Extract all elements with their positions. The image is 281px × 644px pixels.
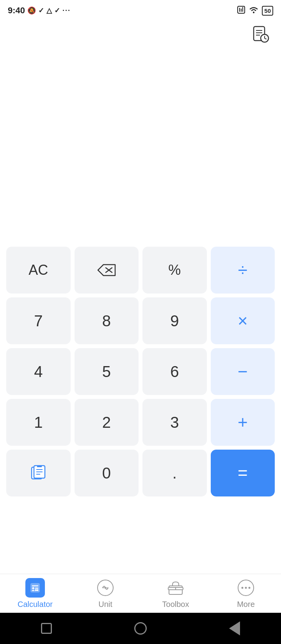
nav-label-calculator: Calculator — [18, 600, 53, 609]
svg-point-4 — [253, 12, 254, 13]
keypad-row-5: 0 . = — [6, 450, 275, 496]
key-4[interactable]: 4 — [6, 348, 71, 395]
key-7[interactable]: 7 — [6, 297, 71, 344]
vibrate-icon: 🔕 — [27, 6, 36, 15]
bottom-nav: Calculator Unit Toolbox — [0, 574, 281, 613]
key-backspace[interactable] — [75, 247, 139, 294]
status-right: 50 — [237, 5, 273, 16]
unit-nav-icon — [96, 578, 115, 598]
check-icon-2: ✓ — [54, 6, 60, 15]
key-divide[interactable]: ÷ — [211, 247, 275, 294]
svg-point-27 — [105, 587, 106, 589]
svg-point-34 — [249, 587, 251, 589]
key-8[interactable]: 8 — [75, 297, 139, 344]
toolbox-nav-icon — [166, 578, 185, 598]
status-time: 9:40 — [8, 5, 25, 16]
top-icons-area — [0, 20, 281, 45]
nav-item-more[interactable]: More — [211, 574, 281, 613]
svg-rect-17 — [30, 583, 40, 592]
android-recents-button[interactable] — [41, 623, 52, 634]
history-icon-button[interactable] — [250, 23, 272, 45]
key-9[interactable]: 9 — [142, 297, 207, 344]
key-5[interactable]: 5 — [75, 348, 139, 395]
key-ac[interactable]: AC — [6, 247, 71, 294]
nav-item-calculator[interactable]: Calculator — [0, 574, 70, 613]
more-nav-icon — [236, 578, 256, 598]
key-equals[interactable]: = — [211, 450, 275, 496]
svg-point-32 — [242, 587, 244, 589]
wifi-icon — [249, 6, 259, 16]
check-icon-1: ✓ — [38, 6, 44, 15]
display-area — [0, 45, 281, 240]
keypad-row-2: 7 8 9 × — [6, 297, 275, 344]
key-multiply[interactable]: × — [211, 297, 275, 344]
key-6[interactable]: 6 — [142, 348, 207, 395]
key-minus[interactable]: − — [211, 348, 275, 395]
status-bar: 9:40 🔕 ✓ △ ✓ ··· 50 — [0, 0, 281, 20]
nav-item-toolbox[interactable]: Toolbox — [140, 574, 211, 613]
key-plus[interactable]: + — [211, 399, 275, 446]
status-left: 9:40 🔕 ✓ △ ✓ ··· — [8, 5, 71, 16]
nav-item-unit[interactable]: Unit — [70, 574, 140, 613]
battery-indicator: 50 — [262, 6, 273, 16]
keypad-row-3: 4 5 6 − — [6, 348, 275, 395]
key-0[interactable]: 0 — [75, 450, 139, 496]
android-home-button[interactable] — [134, 622, 147, 635]
nav-label-unit: Unit — [98, 600, 112, 609]
battery-level: 50 — [264, 7, 271, 14]
keypad-row-4: 1 2 3 + — [6, 399, 275, 446]
key-dot[interactable]: . — [142, 450, 207, 496]
key-3[interactable]: 3 — [142, 399, 207, 446]
keypad: AC % ÷ 7 8 9 × 4 5 6 − 1 2 3 + — [0, 240, 281, 496]
shape-icon: △ — [46, 6, 52, 15]
key-percent[interactable]: % — [142, 247, 207, 294]
android-back-button[interactable] — [229, 621, 240, 635]
nav-label-toolbox: Toolbox — [162, 600, 189, 609]
calculator-nav-icon — [25, 578, 45, 598]
key-2[interactable]: 2 — [75, 399, 139, 446]
svg-point-33 — [245, 587, 247, 589]
android-nav-bar — [0, 613, 281, 644]
keypad-row-1: AC % ÷ — [6, 247, 275, 294]
key-1[interactable]: 1 — [6, 399, 71, 446]
nav-label-more: More — [237, 600, 255, 609]
sim-icon — [237, 5, 245, 16]
key-paste[interactable] — [6, 450, 71, 496]
more-dots-icon: ··· — [62, 7, 71, 15]
